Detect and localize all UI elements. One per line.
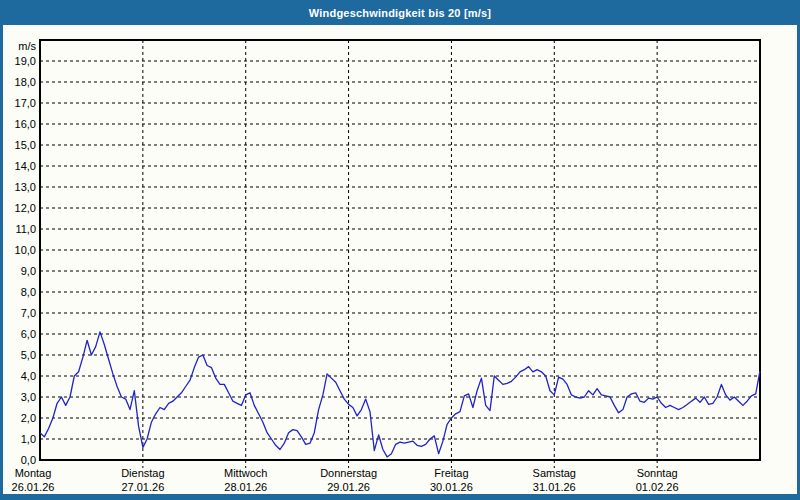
- y-tick-label: 2,0: [21, 412, 36, 424]
- y-tick-label: 13,0: [15, 181, 36, 193]
- y-tick-label: 3,0: [21, 391, 36, 403]
- y-tick-label: 12,0: [15, 202, 36, 214]
- y-tick-label: 14,0: [15, 160, 36, 172]
- x-day-label: Freitag: [434, 467, 468, 479]
- y-tick-label: 8,0: [21, 286, 36, 298]
- x-day-label: Montag: [15, 467, 52, 479]
- wind-speed-chart: 19,018,017,016,015,014,013,012,011,010,0…: [0, 0, 800, 500]
- x-date-label: 01.02.26: [636, 481, 679, 493]
- y-tick-label: 10,0: [15, 244, 36, 256]
- y-tick-label: 0,0: [21, 454, 36, 466]
- x-date-label: 27.01.26: [121, 481, 164, 493]
- window-border-bottom: [0, 494, 800, 500]
- y-tick-label: 15,0: [15, 139, 36, 151]
- wind-speed-line: [40, 332, 760, 457]
- wind-chart-window: Windgeschwindigkeit bis 20 [m/s] 19,018,…: [0, 0, 800, 500]
- y-tick-label: 5,0: [21, 349, 36, 361]
- x-day-label: Donnerstag: [320, 467, 377, 479]
- y-tick-label: 9,0: [21, 265, 36, 277]
- y-tick-label: 6,0: [21, 328, 36, 340]
- x-day-label: Sonntag: [637, 467, 678, 479]
- y-tick-label: 18,0: [15, 76, 36, 88]
- x-date-label: 29.01.26: [327, 481, 370, 493]
- y-tick-label: 17,0: [15, 97, 36, 109]
- y-tick-label: 7,0: [21, 307, 36, 319]
- x-day-label: Samstag: [533, 467, 576, 479]
- y-tick-label: 11,0: [15, 223, 36, 235]
- y-tick-label: 16,0: [15, 118, 36, 130]
- x-day-label: Mittwoch: [224, 467, 267, 479]
- x-date-label: 31.01.26: [533, 481, 576, 493]
- window-titlebar: Windgeschwindigkeit bis 20 [m/s]: [0, 0, 800, 25]
- window-title: Windgeschwindigkeit bis 20 [m/s]: [309, 7, 491, 19]
- x-date-label: 28.01.26: [224, 481, 267, 493]
- window-border-left: [0, 25, 3, 500]
- x-day-label: Dienstag: [121, 467, 164, 479]
- y-tick-label: 19,0: [15, 55, 36, 67]
- y-tick-label: 1,0: [21, 433, 36, 445]
- y-axis-unit-label: m/s: [18, 40, 36, 52]
- y-tick-label: 4,0: [21, 370, 36, 382]
- x-date-label: 30.01.26: [430, 481, 473, 493]
- x-date-label: 26.01.26: [12, 481, 55, 493]
